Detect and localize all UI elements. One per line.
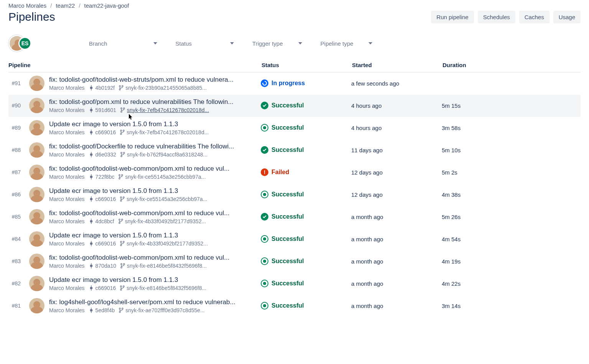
trigger-type-filter[interactable]: Trigger type bbox=[249, 38, 305, 49]
pipeline-number: #85 bbox=[8, 214, 21, 220]
commit-hash[interactable]: d6e0332 bbox=[95, 152, 117, 158]
table-row[interactable]: #85 fix: todolist-goof/todolist-web-comm… bbox=[8, 206, 581, 228]
caches-button[interactable]: Caches bbox=[519, 11, 550, 23]
pipeline-started: a month ago bbox=[351, 258, 442, 265]
pipeline-avatar[interactable] bbox=[29, 165, 44, 180]
pipeline-title[interactable]: fix: todolist-goof/Dockerfile to reduce … bbox=[49, 143, 261, 150]
commit-icon bbox=[89, 174, 94, 180]
commit-hash[interactable]: c669016 bbox=[95, 285, 116, 291]
table-row[interactable]: #91 fix: todolist-goof/todolist-web-stru… bbox=[8, 72, 581, 95]
table-row[interactable]: #81 fix: log4shell-goof/log4shell-server… bbox=[8, 295, 581, 317]
pipeline-avatar[interactable] bbox=[29, 187, 44, 202]
commit-hash[interactable]: 4b0192f bbox=[95, 85, 115, 91]
success-ring-icon bbox=[261, 124, 268, 132]
pipeline-avatar[interactable] bbox=[29, 298, 44, 313]
pipeline-title[interactable]: Update ecr image to version 1.5.0 from 1… bbox=[49, 232, 261, 239]
commit-icon bbox=[89, 152, 94, 157]
commit-hash[interactable]: 870da10 bbox=[95, 263, 117, 269]
table-row[interactable]: #90 fix: todolist-goof/pom.xml to reduce… bbox=[8, 95, 581, 117]
success-ring-icon bbox=[261, 302, 268, 310]
success-ring-icon bbox=[261, 235, 268, 243]
pipeline-title[interactable]: fix: todolist-goof/pom.xml to reduce vul… bbox=[49, 98, 261, 106]
pipeline-title[interactable]: Update ecr image to version 1.5.0 from 1… bbox=[49, 187, 261, 195]
table-row[interactable]: #88 fix: todolist-goof/Dockerfile to red… bbox=[8, 139, 581, 161]
pipeline-meta: Marco Morales 4b0192f snyk-fix-23b90a214… bbox=[49, 85, 261, 91]
commit-hash[interactable]: c669016 bbox=[95, 240, 116, 247]
branch-name[interactable]: snyk-fix-7efb47c412678c02018d... bbox=[127, 129, 209, 135]
table-row[interactable]: #83 fix: todolist-goof/todolist-web-comm… bbox=[8, 250, 581, 273]
commit-hash[interactable]: 5ed8f4b bbox=[95, 307, 115, 313]
pipeline-number: #88 bbox=[8, 147, 21, 153]
breadcrumb-owner[interactable]: Marco Morales bbox=[8, 2, 46, 9]
pipeline-avatar[interactable] bbox=[29, 276, 44, 291]
pipeline-author: Marco Morales bbox=[49, 85, 85, 91]
branch-name[interactable]: snyk-fix-ce55145a3e256cbb97a... bbox=[127, 196, 207, 202]
schedules-button[interactable]: Schedules bbox=[478, 11, 515, 23]
pipeline-title[interactable]: Update ecr image to version 1.5.0 from 1… bbox=[49, 276, 261, 284]
commit-icon bbox=[89, 107, 94, 113]
success-check-icon bbox=[261, 213, 268, 221]
pipeline-avatar[interactable] bbox=[29, 98, 44, 113]
success-ring-icon bbox=[261, 191, 268, 198]
commit-icon bbox=[89, 263, 94, 268]
pipeline-avatar[interactable] bbox=[29, 120, 44, 135]
chevron-down-icon bbox=[369, 42, 372, 44]
branch-icon bbox=[118, 85, 124, 91]
commit-hash[interactable]: c669016 bbox=[95, 129, 116, 135]
commit-hash[interactable]: 4dc8bcf bbox=[95, 218, 114, 224]
pipeline-title[interactable]: fix: todolist-goof/todolist-web-common/p… bbox=[49, 165, 261, 173]
pipeline-number: #84 bbox=[8, 236, 21, 242]
breadcrumb-project[interactable]: team22 bbox=[56, 2, 75, 9]
pipeline-title[interactable]: fix: log4shell-goof/log4shell-server/pom… bbox=[49, 298, 261, 306]
pipeline-title[interactable]: fix: todolist-goof/todolist-web-common/p… bbox=[49, 209, 261, 217]
svg-point-22 bbox=[123, 197, 124, 198]
pipeline-meta: Marco Morales 4dc8bcf snyk-fix-4b33f0492… bbox=[49, 218, 261, 224]
pipeline-type-filter-label: Pipeline type bbox=[321, 40, 354, 47]
table-row[interactable]: #89 Update ecr image to version 1.5.0 fr… bbox=[8, 117, 581, 139]
table-row[interactable]: #84 Update ecr image to version 1.5.0 fr… bbox=[8, 228, 581, 250]
branch-name[interactable]: snyk-fix-e8146be5f8432f5696f8... bbox=[127, 263, 207, 269]
commit-hash[interactable]: 722f8bc bbox=[95, 174, 115, 180]
table-row[interactable]: #87 fix: todolist-goof/todolist-web-comm… bbox=[8, 161, 581, 184]
svg-point-31 bbox=[120, 244, 122, 245]
run-as-avatars[interactable]: ES bbox=[8, 35, 31, 52]
pipeline-started: a month ago bbox=[351, 236, 442, 242]
branch-name[interactable]: snyk-fix-7efb47c412678c02018d... bbox=[127, 107, 209, 113]
svg-point-13 bbox=[121, 152, 122, 153]
table-row[interactable]: #86 Update ecr image to version 1.5.0 fr… bbox=[8, 184, 581, 206]
branch-name[interactable]: snyk-fix-ce55145a3e256cbb97a... bbox=[125, 174, 206, 180]
chevron-down-icon bbox=[153, 42, 157, 44]
svg-point-15 bbox=[121, 155, 122, 156]
avatar bbox=[29, 298, 44, 313]
branch-filter[interactable]: Branch bbox=[86, 38, 160, 49]
branch-name[interactable]: snyk-fix-b762f94accf8a6318248... bbox=[127, 152, 207, 158]
usage-button[interactable]: Usage bbox=[553, 11, 581, 23]
pipeline-avatar[interactable] bbox=[29, 231, 44, 247]
pipeline-avatar[interactable] bbox=[29, 142, 44, 158]
pipeline-avatar[interactable] bbox=[29, 76, 44, 91]
pipeline-avatar[interactable] bbox=[29, 254, 44, 269]
branch-name[interactable]: snyk-fix-e8146be5f8432f5696f8... bbox=[127, 285, 206, 291]
avatar bbox=[29, 209, 44, 224]
table-row[interactable]: #82 Update ecr image to version 1.5.0 fr… bbox=[8, 273, 581, 295]
failed-icon: ! bbox=[261, 168, 268, 176]
branch-name[interactable]: snyk-fix-4b33f0492bf2177d9352... bbox=[125, 218, 206, 224]
run-pipeline-button[interactable]: Run pipeline bbox=[431, 11, 474, 23]
breadcrumb-repo[interactable]: team22-java-goof bbox=[84, 2, 129, 9]
status-filter[interactable]: Status bbox=[173, 38, 237, 49]
pipeline-avatar[interactable] bbox=[29, 209, 44, 224]
breadcrumb-sep-icon: / bbox=[50, 2, 52, 9]
branch-name[interactable]: snyk-fix-4b33f0492bf2177d9352... bbox=[127, 240, 208, 247]
commit-icon bbox=[89, 219, 94, 224]
pipeline-title[interactable]: Update ecr image to version 1.5.0 from 1… bbox=[49, 120, 261, 128]
commit-hash[interactable]: c669016 bbox=[95, 196, 116, 202]
status-successful: Successful bbox=[261, 146, 351, 154]
branch-name[interactable]: snyk-fix-ae702fff0e3d97c8d55e... bbox=[125, 307, 205, 313]
pipeline-title[interactable]: fix: todolist-goof/todolist-web-common/p… bbox=[49, 254, 261, 262]
svg-point-39 bbox=[120, 289, 122, 290]
branch-name[interactable]: snyk-fix-23b90a21455065a8b85... bbox=[125, 85, 207, 91]
pipeline-author: Marco Morales bbox=[49, 285, 85, 291]
commit-hash[interactable]: 591d601 bbox=[95, 107, 117, 113]
pipeline-type-filter[interactable]: Pipeline type bbox=[318, 38, 376, 49]
pipeline-title[interactable]: fix: todolist-goof/todolist-web-struts/p… bbox=[49, 76, 261, 84]
